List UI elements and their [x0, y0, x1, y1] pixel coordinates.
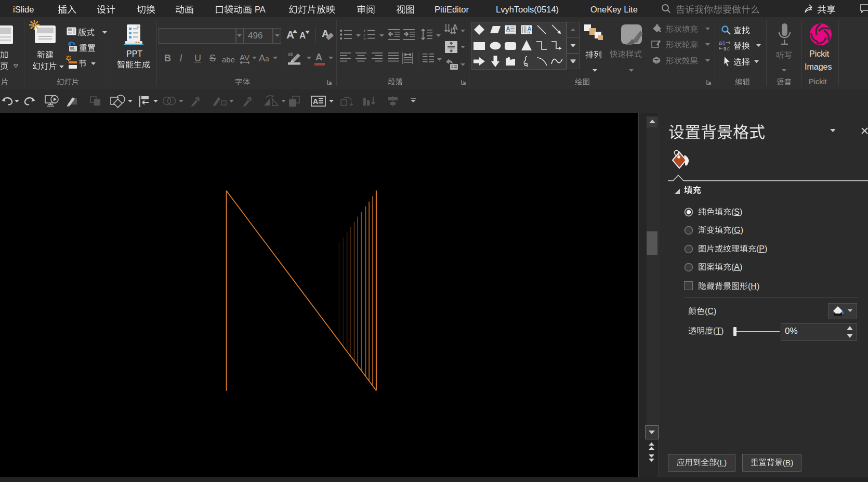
svg-text:3: 3 [363, 37, 366, 40]
svg-text:b: b [722, 41, 726, 46]
svg-text:ab: ab [288, 51, 293, 57]
svg-text:c: c [727, 46, 730, 51]
svg-text:a: a [719, 41, 722, 46]
svg-text:A: A [527, 25, 531, 32]
svg-text:a: a [724, 46, 727, 51]
svg-text:A: A [506, 25, 510, 32]
svg-text:A: A [313, 97, 318, 106]
svg-text:A: A [452, 23, 458, 31]
